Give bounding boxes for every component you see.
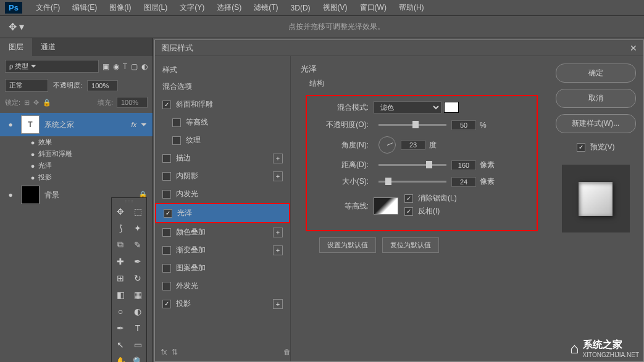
blend-options-item[interactable]: 混合选项 — [155, 78, 290, 96]
plus-icon[interactable]: + — [273, 171, 283, 181]
opacity-input[interactable] — [451, 120, 476, 130]
visibility-icon[interactable]: ● — [27, 150, 38, 158]
filter-icon[interactable]: ▢ — [131, 62, 138, 71]
chevron-icon[interactable]: ⏷ — [140, 120, 148, 129]
menu-layer[interactable]: 图层(L) — [138, 0, 174, 15]
filter-icon[interactable]: ◉ — [113, 62, 119, 71]
visibility-icon[interactable]: ● — [27, 139, 38, 146]
styles-header[interactable]: 样式 — [155, 62, 290, 78]
effect-item[interactable]: ● 光泽 — [0, 160, 153, 171]
cancel-button[interactable]: 取消 — [556, 89, 636, 108]
menu-select[interactable]: 选择(S) — [211, 0, 248, 15]
menu-3d[interactable]: 3D(D) — [285, 1, 317, 15]
style-satin[interactable]: 光泽 — [155, 203, 290, 223]
checkbox[interactable] — [162, 282, 171, 290]
gradient-tool-icon[interactable]: ▦ — [129, 286, 146, 303]
distance-input[interactable] — [451, 160, 476, 170]
effect-item[interactable]: ● 投影 — [0, 171, 153, 183]
contour-picker[interactable] — [374, 197, 398, 215]
checkbox[interactable] — [172, 118, 181, 127]
opacity-input[interactable]: 100% — [87, 80, 118, 91]
wand-tool-icon[interactable]: ✦ — [129, 220, 146, 236]
style-contour[interactable]: 等高线 — [155, 113, 290, 131]
style-texture[interactable]: 纹理 — [155, 131, 290, 149]
fx-menu-icon[interactable]: fx — [161, 348, 167, 356]
trash-icon[interactable]: 🗑 — [283, 348, 291, 356]
shape-tool-icon[interactable]: ▭ — [129, 336, 146, 353]
angle-input[interactable] — [401, 140, 425, 150]
tab-channels[interactable]: 通道 — [32, 38, 64, 56]
new-style-button[interactable]: 新建样式(W)... — [556, 114, 636, 133]
layer-item[interactable]: ● T 系统之家 fx ⏷ — [0, 113, 153, 136]
checkbox[interactable] — [162, 300, 171, 308]
checkbox[interactable] — [162, 172, 171, 181]
menu-image[interactable]: 图像(I) — [103, 0, 137, 15]
menu-view[interactable]: 视图(V) — [317, 0, 354, 15]
checkbox[interactable] — [162, 246, 171, 255]
visibility-icon[interactable]: ● — [27, 174, 38, 181]
move-tool-icon[interactable]: ✥ — [112, 203, 129, 220]
toolbox[interactable]: :::::: ✥⬚ ⟆✦ ⧉✎ ✚✒ ⊞↻ ◧▦ ○◐ ✒T ↖▭ ✋🔍 — [111, 197, 147, 362]
angle-dial[interactable] — [378, 136, 396, 154]
plus-icon[interactable]: + — [273, 299, 283, 309]
heal-tool-icon[interactable]: ✚ — [112, 253, 129, 269]
fx-badge[interactable]: fx — [131, 121, 136, 128]
style-bevel[interactable]: 斜面和浮雕 — [155, 96, 290, 113]
checkbox[interactable] — [162, 264, 171, 273]
blend-mode-select[interactable]: 滤色 — [374, 101, 441, 113]
filter-icon[interactable]: ◐ — [141, 62, 148, 71]
effect-item[interactable]: ● 斜面和浮雕 — [0, 148, 153, 160]
checkbox[interactable] — [172, 136, 181, 145]
style-outer-glow[interactable]: 外发光 — [155, 277, 290, 295]
checkbox[interactable] — [162, 190, 171, 199]
checkbox[interactable] — [162, 101, 171, 109]
visibility-icon[interactable]: ● — [5, 120, 16, 129]
visibility-icon[interactable]: ● — [5, 191, 16, 199]
style-color-overlay[interactable]: 颜色叠加+ — [155, 223, 290, 241]
eyedropper-tool-icon[interactable]: ✎ — [129, 236, 146, 253]
type-tool-icon[interactable]: T — [129, 319, 146, 336]
style-stroke[interactable]: 描边+ — [155, 149, 290, 167]
size-slider[interactable] — [378, 181, 446, 183]
set-default-button[interactable]: 设置为默认值 — [319, 237, 376, 253]
brush-tool-icon[interactable]: ✒ — [129, 253, 146, 269]
checkbox[interactable] — [164, 209, 172, 218]
plus-icon[interactable]: + — [273, 154, 283, 163]
opacity-slider[interactable] — [378, 124, 446, 126]
anti-alias-checkbox[interactable] — [404, 194, 413, 203]
lock-all-icon[interactable]: 🔒 — [43, 99, 51, 107]
crop-tool-icon[interactable]: ⧉ — [112, 236, 129, 253]
checkbox[interactable] — [162, 154, 171, 163]
close-icon[interactable]: ✕ — [630, 43, 637, 53]
style-inner-shadow[interactable]: 内阴影+ — [155, 167, 290, 185]
checkbox[interactable] — [162, 228, 171, 237]
lock-position-icon[interactable]: ✥ — [33, 99, 39, 107]
stamp-tool-icon[interactable]: ⊞ — [112, 269, 129, 286]
blend-mode-dropdown[interactable]: 正常 — [5, 79, 48, 92]
lock-pixels-icon[interactable]: ⊞ — [24, 99, 30, 107]
filter-type-dropdown[interactable]: ρ 类型 ⏷ — [5, 60, 99, 73]
zoom-tool-icon[interactable]: 🔍 — [129, 353, 146, 362]
invert-checkbox[interactable] — [404, 207, 413, 216]
pen-tool-icon[interactable]: ✒ — [112, 319, 129, 336]
effects-header[interactable]: ● 效果 — [0, 136, 153, 148]
size-input[interactable] — [451, 177, 476, 187]
plus-icon[interactable]: + — [273, 245, 283, 255]
menu-edit[interactable]: 编辑(E) — [66, 0, 103, 15]
reset-default-button[interactable]: 复位为默认值 — [382, 237, 439, 253]
menu-file[interactable]: 文件(F) — [30, 0, 66, 15]
layer-thumb[interactable] — [21, 186, 40, 204]
filter-icon[interactable]: T — [123, 62, 127, 71]
style-gradient-overlay[interactable]: 渐变叠加+ — [155, 241, 290, 259]
ok-button[interactable]: 确定 — [556, 64, 636, 83]
move-tool-icon[interactable]: ✥ ▾ — [9, 21, 24, 33]
toolbox-handle[interactable]: :::::: — [112, 198, 146, 203]
style-drop-shadow[interactable]: 投影+ — [155, 295, 290, 313]
path-tool-icon[interactable]: ↖ — [112, 336, 129, 353]
menu-filter[interactable]: 滤镜(T) — [248, 0, 284, 15]
menu-help[interactable]: 帮助(H) — [393, 0, 430, 15]
up-down-icon[interactable]: ⇅ — [172, 348, 178, 356]
color-swatch[interactable] — [444, 102, 459, 113]
history-brush-icon[interactable]: ↻ — [129, 269, 146, 286]
preview-checkbox-row[interactable]: 预览(V) — [577, 142, 615, 152]
